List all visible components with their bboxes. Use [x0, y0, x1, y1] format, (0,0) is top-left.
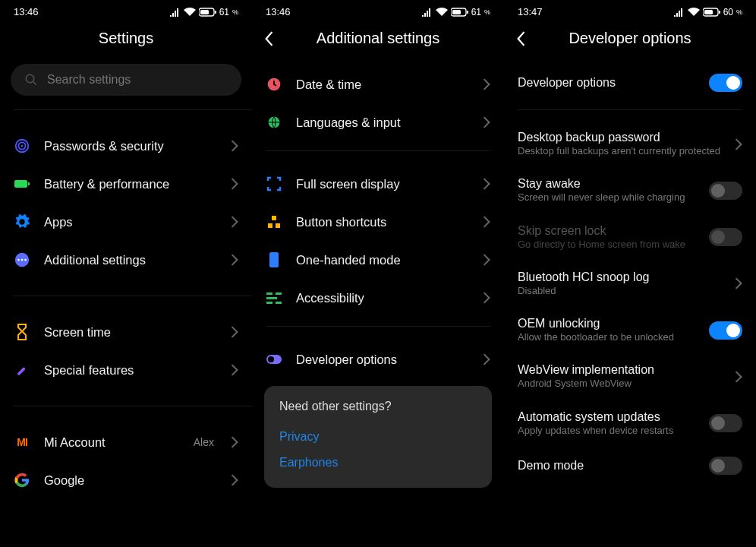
dev-row-developer-options[interactable]: Developer options — [504, 64, 756, 102]
search-box[interactable] — [11, 64, 241, 96]
settings-item-battery[interactable]: Battery & performance — [0, 165, 252, 203]
item-button-shortcuts[interactable]: Button shortcuts — [252, 203, 504, 241]
chevron-right-icon — [483, 353, 490, 365]
status-time: 13:47 — [518, 6, 543, 17]
other-title: Need other settings? — [279, 400, 477, 413]
dev-sub: Allow the bootloader to be unlocked — [518, 331, 698, 343]
settings-item-google[interactable]: Google — [0, 461, 252, 499]
dev-title: Desktop backup password — [518, 131, 724, 144]
dev-title: Bluetooth HCI snoop log — [518, 270, 724, 284]
item-label: Special features — [44, 363, 217, 378]
signal-icon — [674, 8, 685, 17]
svg-rect-25 — [276, 292, 282, 295]
svg-rect-8 — [14, 180, 27, 188]
other-link-privacy[interactable]: Privacy — [279, 424, 477, 450]
other-settings-card: Need other settings? Privacy Earphones — [264, 386, 492, 488]
settings-item-special[interactable]: Special features — [0, 351, 252, 389]
item-label: Date & time — [296, 77, 469, 92]
status-right: 61% — [169, 7, 238, 17]
dev-title: Stay awake — [518, 177, 698, 191]
dev-row-desktop-backup[interactable]: Desktop backup password Desktop full bac… — [504, 121, 756, 167]
other-link-earphones[interactable]: Earphones — [279, 450, 477, 476]
item-label: Developer options — [296, 353, 469, 367]
dev-sub: Screen will never sleep while charging — [518, 191, 698, 204]
screen-header: Additional settings — [252, 21, 504, 59]
wand-icon — [14, 362, 30, 378]
toggle-switch[interactable] — [709, 321, 742, 340]
fullscreen-icon — [266, 175, 282, 192]
chevron-right-icon — [231, 140, 238, 152]
item-value: Alex — [194, 436, 214, 448]
svg-line-4 — [33, 81, 36, 85]
battery-icon — [14, 175, 30, 192]
toggle-switch[interactable] — [709, 74, 742, 92]
svg-rect-1 — [200, 10, 209, 14]
dev-title: Automatic system updates — [518, 410, 698, 424]
dev-sub: Disabled — [518, 285, 724, 297]
item-label: Apps — [44, 215, 217, 229]
globe-icon — [266, 114, 282, 131]
chevron-right-icon — [483, 116, 490, 128]
dev-title: Developer options — [518, 76, 698, 90]
svg-rect-16 — [452, 10, 461, 14]
svg-rect-26 — [266, 297, 277, 299]
item-languages[interactable]: Languages & input — [252, 103, 504, 141]
toggle-switch — [709, 228, 742, 246]
back-button[interactable] — [264, 31, 285, 46]
chevron-left-icon — [264, 31, 273, 46]
chevron-right-icon — [735, 138, 742, 150]
dev-sub: Desktop full backups aren't currently pr… — [518, 145, 724, 157]
dev-title: Skip screen lock — [518, 224, 698, 238]
settings-item-apps[interactable]: Apps — [0, 203, 252, 241]
battery-percent: 60 — [723, 7, 733, 17]
toggle-switch[interactable] — [709, 414, 742, 432]
dev-row-oem-unlock[interactable]: OEM unlocking Allow the bootloader to be… — [504, 307, 756, 353]
settings-item-passwords[interactable]: Passwords & security — [0, 127, 252, 165]
item-label: Accessibility — [296, 291, 469, 305]
status-right: 61% — [421, 7, 490, 17]
item-accessibility[interactable]: Accessibility — [252, 279, 504, 317]
dev-row-demo-mode[interactable]: Demo mode — [504, 447, 756, 485]
status-bar: 13:47 60% — [504, 0, 756, 21]
item-one-handed[interactable]: One-handed mode — [252, 241, 504, 279]
dev-row-stay-awake[interactable]: Stay awake Screen will never sleep while… — [504, 167, 756, 213]
dev-row-auto-updates[interactable]: Automatic system updates Apply updates w… — [504, 400, 756, 447]
item-date-time[interactable]: Date & time — [252, 65, 504, 103]
dev-row-webview[interactable]: WebView implementation Android System We… — [504, 353, 756, 400]
item-label: Full screen display — [296, 177, 469, 191]
panel-settings: 13:46 61% Settings Passwords & security … — [0, 0, 252, 547]
wifi-icon — [436, 8, 448, 17]
search-input[interactable] — [47, 73, 228, 87]
mi-icon: MI — [14, 434, 30, 451]
buttons-icon — [266, 213, 282, 230]
svg-rect-24 — [266, 292, 272, 295]
toggle-switch[interactable] — [709, 457, 742, 475]
item-developer-options[interactable]: Developer options — [252, 340, 504, 378]
item-fullscreen[interactable]: Full screen display — [252, 165, 504, 203]
wifi-icon — [688, 8, 700, 17]
toggle-switch[interactable] — [709, 182, 742, 200]
settings-item-screentime[interactable]: Screen time — [0, 313, 252, 351]
dev-sub: Go directly to Home screen from wake — [518, 239, 698, 251]
dev-title: Demo mode — [518, 459, 698, 473]
panel-additional: 13:46 61% Additional settings Date & tim… — [252, 0, 504, 547]
page-title: Settings — [12, 30, 240, 47]
signal-icon — [170, 8, 181, 17]
chevron-right-icon — [231, 474, 238, 486]
settings-item-mi-account[interactable]: MI Mi Account Alex — [0, 423, 252, 461]
svg-point-12 — [21, 259, 24, 261]
signal-icon — [422, 8, 433, 17]
dev-sub: Apply updates when device restarts — [518, 425, 698, 437]
svg-rect-22 — [276, 223, 280, 228]
svg-rect-20 — [272, 216, 276, 220]
item-label: Passwords & security — [44, 139, 217, 153]
chevron-left-icon — [516, 31, 525, 46]
item-label: Google — [44, 473, 217, 488]
dev-row-bt-snoop[interactable]: Bluetooth HCI snoop log Disabled — [504, 261, 756, 307]
back-button[interactable] — [516, 31, 537, 46]
status-time: 13:46 — [266, 6, 291, 17]
settings-item-additional[interactable]: Additional settings — [0, 241, 252, 279]
dev-title: OEM unlocking — [518, 317, 698, 330]
chevron-right-icon — [231, 254, 238, 266]
phone-icon — [266, 251, 282, 268]
